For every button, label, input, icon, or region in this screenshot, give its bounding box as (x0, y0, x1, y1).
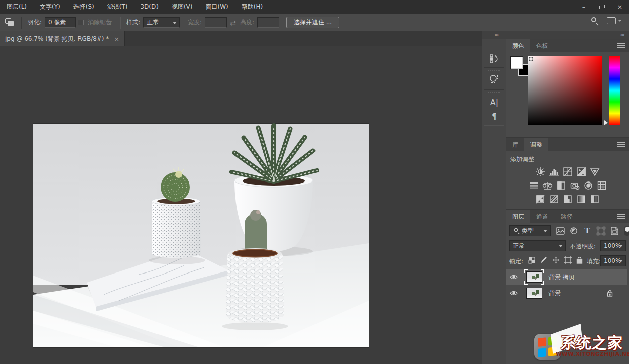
lock-artboard-icon[interactable] (564, 256, 572, 265)
menu-3d[interactable]: 3D(D) (134, 0, 165, 14)
document-tab[interactable]: jpg @ 66.7% (背景 拷贝, RGB/8#) * × (0, 31, 125, 46)
channel-mixer-icon[interactable] (583, 180, 594, 191)
layer-thumbnail[interactable] (525, 287, 543, 299)
panel-grip[interactable] (488, 92, 500, 93)
smart-object-filter-icon[interactable] (609, 225, 620, 236)
paragraph-panel-icon[interactable]: ¶ (482, 109, 506, 124)
panel-menu-icon[interactable] (617, 142, 625, 147)
brightness-contrast-icon[interactable] (535, 166, 546, 177)
feather-input[interactable]: 0 像素 (45, 17, 76, 28)
layer-filter-kind-dropdown[interactable]: 类型 (509, 225, 551, 236)
lock-pixels-icon[interactable] (540, 256, 547, 265)
color-picker-marker[interactable] (529, 57, 533, 61)
menu-select[interactable]: 选择(S) (67, 0, 101, 14)
layer-thumbnail[interactable] (525, 271, 543, 283)
panel-menu-icon[interactable] (617, 43, 625, 48)
threshold-icon[interactable] (562, 194, 573, 205)
color-lookup-icon[interactable] (596, 180, 607, 191)
restore-icon[interactable] (593, 0, 611, 14)
dock-header: «« »» (482, 31, 629, 39)
blend-mode-dropdown[interactable]: 正常 (509, 240, 566, 251)
expand-dock-icon[interactable]: »» (620, 32, 624, 37)
lock-all-icon[interactable] (576, 256, 583, 265)
opacity-label: 不透明度: (570, 242, 596, 251)
tab-adjustments[interactable]: 调整 (524, 138, 548, 151)
gradient-map-icon[interactable] (576, 194, 587, 205)
marquee-tool-preset-icon[interactable] (5, 18, 16, 27)
visibility-eye-icon[interactable] (506, 269, 521, 285)
lock-position-icon[interactable] (552, 256, 560, 265)
select-and-mask-button[interactable]: 选择并遮住 ... (286, 17, 339, 28)
color-panel (506, 52, 629, 137)
search-icon[interactable] (591, 17, 599, 25)
tab-layers[interactable]: 图层 (506, 210, 530, 223)
black-white-icon[interactable] (556, 180, 567, 191)
visibility-eye-icon[interactable] (506, 286, 521, 301)
tab-libraries[interactable]: 库 (506, 138, 524, 151)
tab-paths[interactable]: 路径 (555, 210, 579, 223)
menu-help[interactable]: 帮助(H) (235, 0, 269, 14)
close-icon[interactable]: × (114, 35, 119, 43)
height-input[interactable] (257, 17, 279, 28)
tab-color[interactable]: 颜色 (506, 39, 530, 52)
menu-bar: 图层(L) 文字(Y) 选择(S) 滤镜(T) 3D(D) 视图(V) 窗口(W… (0, 0, 269, 14)
canvas-photo[interactable] (33, 124, 369, 347)
vibrance-icon[interactable] (589, 166, 600, 177)
glyphs-panel-icon[interactable] (482, 71, 506, 86)
workspace-switcher[interactable] (607, 17, 622, 24)
hue-slider-marker[interactable] (604, 120, 608, 125)
options-bar: 羽化: 0 像素 消除锯齿 样式: 正常 宽度: ⇄ 高度: 选择并遮住 ... (0, 14, 629, 31)
layer-filter-toggle[interactable] (624, 226, 629, 236)
panel-grip[interactable] (488, 70, 500, 71)
antialias-label: 消除锯齿 (88, 18, 112, 27)
panel-menu-icon[interactable] (617, 214, 625, 219)
type-layer-filter-icon[interactable]: T (582, 225, 593, 236)
layer-row-background[interactable]: 背景 (506, 286, 627, 301)
minimize-icon[interactable]: – (575, 0, 593, 14)
fill-value[interactable]: 100% (600, 255, 626, 266)
layer-row-background-copy[interactable]: 背景 拷贝 (506, 269, 627, 285)
collapse-dock-icon[interactable]: «« (494, 32, 498, 37)
adjustments-panel: 添加调整 (506, 151, 629, 209)
antialias-checkbox[interactable] (78, 20, 84, 25)
hue-saturation-icon[interactable] (528, 180, 539, 191)
selective-color-icon[interactable] (589, 194, 600, 205)
close-icon[interactable]: × (611, 0, 629, 14)
layer-name[interactable]: 背景 拷贝 (548, 273, 575, 282)
menu-layer[interactable]: 图层(L) (0, 0, 33, 14)
tab-swatches[interactable]: 色板 (530, 39, 555, 52)
divider (21, 17, 22, 29)
shape-layer-filter-icon[interactable] (595, 225, 606, 236)
lock-transparent-icon[interactable] (528, 257, 535, 265)
menu-filter[interactable]: 滤镜(T) (101, 0, 134, 14)
posterize-icon[interactable] (548, 194, 560, 205)
layers-panel-tabs: 图层 通道 路径 (506, 210, 629, 223)
menu-view[interactable]: 视图(V) (165, 0, 199, 14)
levels-icon[interactable] (548, 166, 560, 177)
menu-window[interactable]: 窗口(W) (199, 0, 235, 14)
foreground-background-swatches[interactable] (510, 56, 530, 76)
style-dropdown[interactable]: 正常 (143, 17, 180, 28)
opacity-value[interactable]: 100% (600, 240, 626, 251)
style-label: 样式: (126, 18, 140, 27)
photo-filter-icon[interactable] (569, 180, 580, 191)
tab-channels[interactable]: 通道 (530, 210, 555, 223)
saturation-brightness-field[interactable] (528, 56, 602, 125)
width-input[interactable] (205, 17, 227, 28)
foreground-color-swatch[interactable] (510, 56, 523, 69)
curves-icon[interactable] (562, 166, 573, 177)
invert-icon[interactable] (535, 194, 546, 205)
exposure-icon[interactable] (576, 166, 587, 177)
menu-type[interactable]: 文字(Y) (33, 0, 67, 14)
height-label: 高度: (240, 18, 254, 27)
color-balance-icon[interactable] (542, 180, 553, 191)
character-panel-icon[interactable]: A| (482, 95, 506, 110)
adjustment-layer-filter-icon[interactable] (568, 225, 579, 236)
history-panel-icon[interactable] (482, 51, 506, 66)
swap-width-height-icon[interactable]: ⇄ (230, 19, 236, 27)
hue-slider[interactable] (609, 56, 620, 125)
canvas-area[interactable] (0, 46, 482, 364)
pixel-layer-filter-icon[interactable] (555, 225, 566, 236)
layer-name[interactable]: 背景 (548, 289, 561, 298)
document-tab-title: jpg @ 66.7% (背景 拷贝, RGB/8#) * (5, 35, 109, 43)
